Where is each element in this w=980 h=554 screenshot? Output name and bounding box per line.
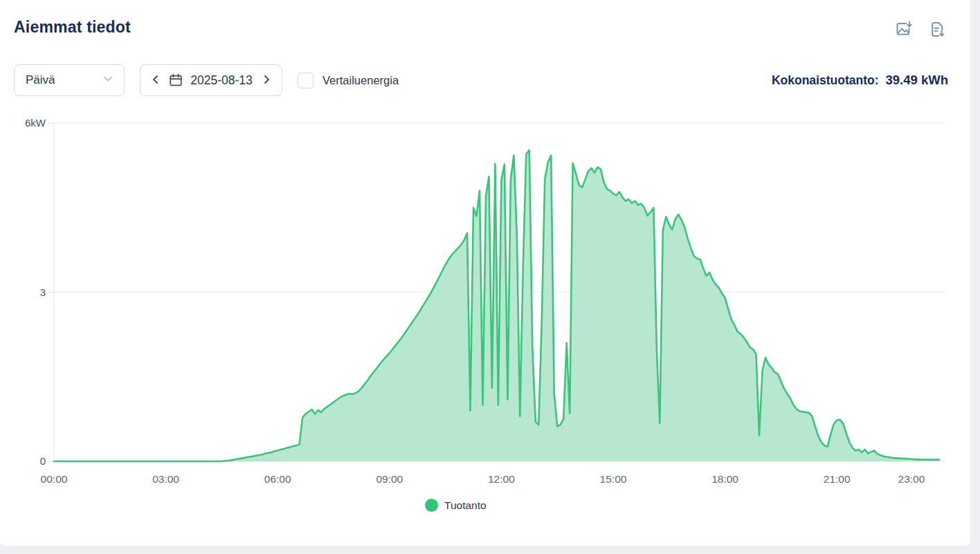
y-tick-label: 3 [40, 286, 46, 298]
y-tick-label: 6kW [25, 117, 46, 129]
header-actions [894, 20, 947, 39]
previous-day-button[interactable] [149, 73, 163, 89]
chevron-down-icon [102, 73, 114, 88]
chart-canvas: 6kW3000:0003:0006:0009:0012:0015:0018:00… [0, 104, 980, 526]
x-tick-label: 00:00 [41, 473, 68, 485]
selected-date[interactable]: 2025-08-13 [183, 73, 260, 88]
total-production-label: Kokonaistuotanto: [772, 73, 879, 88]
y-tick-label: 0 [40, 455, 46, 467]
chevron-left-icon [150, 74, 161, 87]
image-download-icon [894, 30, 913, 41]
history-panel: Aiemmat tiedot [0, 0, 970, 546]
production-area-chart: 6kW3000:0003:0006:0009:0012:0015:0018:00… [0, 104, 980, 526]
period-select[interactable]: Päivä [14, 64, 125, 96]
total-production: Kokonaistuotanto: 39.49 kWh [772, 64, 948, 96]
document-download-icon [928, 30, 947, 41]
page-title: Aiemmat tiedot [14, 18, 131, 37]
comparison-energy-control: Vertailuenergia [298, 64, 399, 96]
page-background: Aiemmat tiedot [0, 0, 980, 554]
x-tick-label: 09:00 [376, 473, 403, 485]
total-production-value: 39.49 kWh [886, 73, 949, 88]
date-picker: 2025-08-13 [140, 64, 282, 96]
comparison-checkbox[interactable] [298, 73, 314, 89]
x-tick-label: 03:00 [152, 473, 179, 485]
calendar-icon [168, 73, 183, 88]
controls-row: Päivä [0, 64, 970, 96]
chart-legend[interactable]: Tuotanto [425, 499, 487, 512]
chevron-right-icon [261, 74, 272, 87]
next-day-button[interactable] [260, 73, 273, 89]
x-tick-label: 21:00 [824, 473, 851, 485]
period-select-value: Päivä [26, 73, 55, 87]
export-image-button[interactable] [894, 20, 913, 39]
x-tick-label: 06:00 [264, 473, 291, 485]
comparison-checkbox-label: Vertailuenergia [323, 74, 399, 87]
legend-dot-tuotanto [425, 499, 438, 512]
x-tick-label: 12:00 [488, 473, 515, 485]
x-tick-label: 15:00 [600, 473, 627, 485]
x-tick-label: 18:00 [711, 473, 738, 485]
export-report-button[interactable] [928, 20, 947, 39]
x-tick-label: 23:00 [898, 473, 925, 485]
legend-label-tuotanto: Tuotanto [444, 499, 487, 512]
